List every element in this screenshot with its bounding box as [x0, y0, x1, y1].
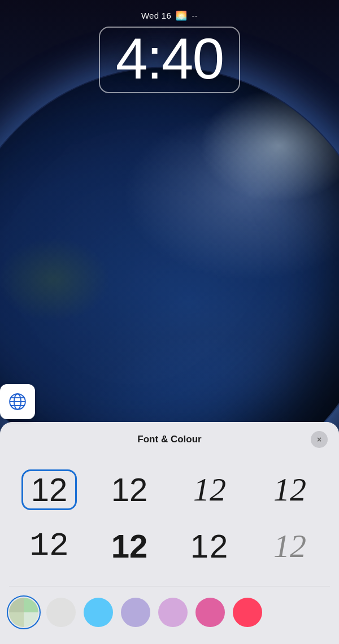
font-option-8[interactable]: 12: [250, 518, 330, 575]
globe-icon: [7, 391, 28, 412]
color-option-white[interactable]: [46, 598, 76, 627]
font-option-6[interactable]: 12: [89, 518, 169, 575]
color-option-multicolor[interactable]: [9, 598, 38, 627]
close-button[interactable]: ×: [311, 431, 328, 448]
color-option-rose[interactable]: [233, 598, 262, 627]
font-sample-3: 12: [193, 473, 226, 506]
font-option-7[interactable]: 12: [169, 518, 250, 575]
font-colour-panel: Font & Colour × 12 12 12: [0, 422, 339, 644]
font-option-4[interactable]: 12: [250, 462, 330, 518]
font-sample-6: 12: [111, 530, 148, 563]
font-sample-2: 12: [111, 473, 148, 506]
panel-header: Font & Colour ×: [0, 422, 339, 456]
color-options-row: [0, 586, 339, 644]
sunrise-icon: 🌅: [176, 10, 187, 21]
globe-language-button[interactable]: [0, 384, 35, 419]
status-bar: Wed 16 🌅 --: [141, 0, 198, 21]
time-display: 4:40: [116, 30, 224, 88]
font-sample-4: 12: [273, 473, 306, 506]
font-sample-5: 12: [29, 530, 69, 563]
color-option-cyan[interactable]: [84, 598, 113, 627]
font-option-1[interactable]: 12: [9, 462, 89, 518]
lock-screen-top: Wed 16 🌅 -- 4:40: [0, 0, 339, 93]
font-sample-7: 12: [190, 530, 229, 563]
color-option-lavender[interactable]: [121, 598, 150, 627]
font-sample-1: 12: [31, 473, 68, 506]
font-option-5[interactable]: 12: [9, 518, 89, 575]
font-sample-8: 12: [273, 530, 306, 563]
font-options-grid: 12 12 12 12 12: [0, 456, 339, 586]
font-colour-sheet: Font & Colour × 12 12 12: [0, 422, 339, 644]
dash-label: --: [192, 11, 198, 20]
time-box: 4:40: [99, 27, 241, 93]
date-label: Wed 16: [141, 11, 171, 20]
color-option-pink[interactable]: [195, 598, 225, 627]
color-option-lilac[interactable]: [158, 598, 188, 627]
font-option-2[interactable]: 12: [89, 462, 169, 518]
panel-title: Font & Colour: [28, 434, 311, 445]
font-option-3[interactable]: 12: [169, 462, 250, 518]
